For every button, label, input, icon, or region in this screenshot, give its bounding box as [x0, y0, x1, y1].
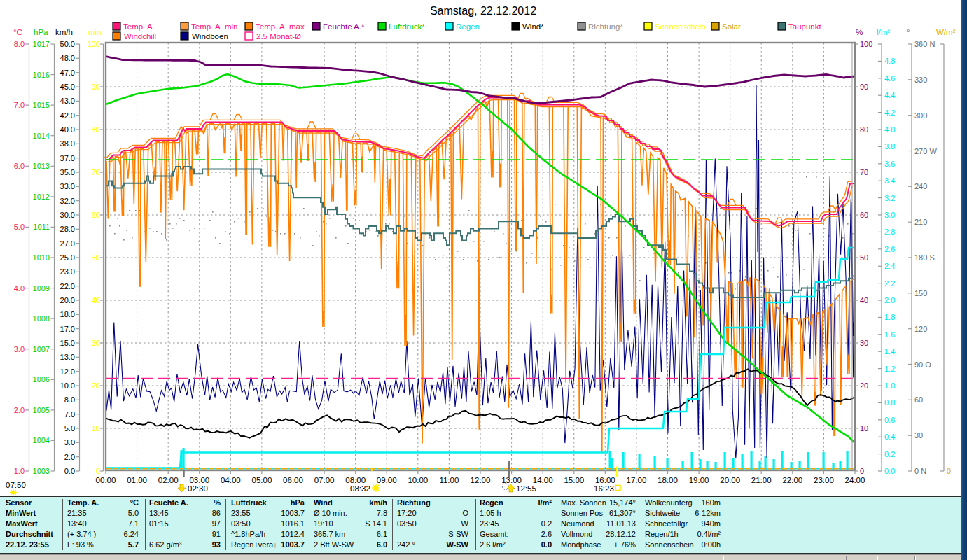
- svg-text:45.0: 45.0: [60, 83, 75, 91]
- svg-text:30.0: 30.0: [60, 211, 75, 219]
- svg-text:8.0: 8.0: [64, 396, 75, 404]
- svg-text:13.0: 13.0: [60, 353, 75, 361]
- svg-text:min: min: [88, 28, 102, 36]
- svg-text:1004: 1004: [33, 436, 50, 444]
- svg-text:180 S: 180 S: [914, 253, 935, 262]
- svg-text:2.6: 2.6: [884, 245, 895, 253]
- svg-text:38.0: 38.0: [60, 139, 75, 148]
- svg-text:1.0: 1.0: [884, 382, 895, 390]
- svg-text:7.0: 7.0: [14, 101, 25, 109]
- svg-text:03:00: 03:00: [189, 476, 209, 484]
- svg-text:09:00: 09:00: [377, 476, 397, 484]
- svg-text:05:00: 05:00: [252, 476, 272, 484]
- svg-text:330: 330: [914, 76, 927, 84]
- svg-text:28.0: 28.0: [60, 225, 75, 233]
- svg-text:1005: 1005: [33, 406, 50, 414]
- svg-text:60: 60: [860, 211, 868, 219]
- svg-text:210: 210: [914, 218, 927, 226]
- svg-text:22:00: 22:00: [782, 476, 802, 484]
- svg-text:35.0: 35.0: [60, 168, 75, 176]
- svg-text:40.0: 40.0: [60, 125, 75, 134]
- svg-text:1013: 1013: [33, 162, 50, 170]
- svg-text:90: 90: [92, 83, 100, 91]
- svg-text:240: 240: [914, 182, 927, 190]
- svg-text:90: 90: [860, 83, 868, 91]
- svg-text:2.4: 2.4: [884, 262, 895, 270]
- svg-text:Taupunkt: Taupunkt: [788, 22, 821, 31]
- svg-text:60: 60: [914, 396, 923, 404]
- svg-text:2.5 Monat-Ø: 2.5 Monat-Ø: [256, 32, 301, 41]
- svg-text:1.8: 1.8: [884, 313, 895, 321]
- svg-text:11:00: 11:00: [439, 476, 459, 484]
- svg-text:15:00: 15:00: [564, 476, 584, 484]
- svg-text:12:55: 12:55: [516, 484, 536, 493]
- svg-text:50: 50: [92, 253, 100, 262]
- svg-text:50.0: 50.0: [60, 40, 75, 48]
- svg-text:3.8: 3.8: [884, 142, 895, 150]
- svg-text:2.0: 2.0: [64, 453, 75, 461]
- svg-text:47.0: 47.0: [60, 69, 75, 77]
- svg-text:13:00: 13:00: [501, 476, 522, 484]
- svg-text:20:00: 20:00: [720, 476, 740, 484]
- svg-text:1.2: 1.2: [884, 365, 895, 373]
- svg-text:°: °: [907, 28, 910, 36]
- svg-text:19:00: 19:00: [689, 476, 709, 484]
- svg-text:1010: 1010: [33, 253, 50, 262]
- svg-text:0.4: 0.4: [884, 433, 895, 441]
- svg-text:18:00: 18:00: [658, 476, 678, 484]
- svg-text:3.6: 3.6: [884, 160, 895, 168]
- svg-text:20.0: 20.0: [60, 296, 75, 304]
- svg-text:25.0: 25.0: [60, 253, 75, 262]
- svg-text:60: 60: [92, 211, 100, 219]
- svg-text:1017: 1017: [33, 40, 50, 48]
- svg-text:300: 300: [914, 111, 927, 120]
- svg-text:4.8: 4.8: [884, 57, 895, 65]
- svg-text:06:00: 06:00: [283, 476, 303, 484]
- svg-text:10: 10: [860, 424, 868, 433]
- svg-text:80: 80: [92, 125, 100, 134]
- svg-text:30: 30: [92, 339, 100, 347]
- svg-text:3.0: 3.0: [64, 438, 75, 447]
- svg-text:21:00: 21:00: [751, 476, 772, 484]
- svg-text:Luftdruck*: Luftdruck*: [389, 22, 425, 31]
- svg-text:17.0: 17.0: [60, 325, 75, 333]
- svg-text:4.0: 4.0: [14, 284, 25, 293]
- svg-text:12:00: 12:00: [471, 476, 491, 484]
- svg-text:70: 70: [92, 168, 100, 176]
- svg-text:Sonnenschein: Sonnenschein: [655, 22, 706, 31]
- svg-text:Windchill: Windchill: [124, 32, 156, 41]
- svg-text:16:00: 16:00: [595, 476, 615, 484]
- svg-text:14:00: 14:00: [533, 476, 553, 484]
- svg-text:90 O: 90 O: [914, 360, 931, 369]
- svg-text:Temp. A. min: Temp. A. min: [191, 22, 237, 31]
- svg-text:100: 100: [860, 40, 872, 48]
- svg-text:3.2: 3.2: [884, 194, 895, 202]
- svg-text:8.0: 8.0: [14, 40, 25, 48]
- svg-text:120: 120: [914, 325, 927, 333]
- svg-text:2.2: 2.2: [884, 279, 895, 288]
- svg-text:4.4: 4.4: [884, 91, 895, 99]
- svg-text:3.0: 3.0: [14, 345, 25, 354]
- svg-text:40: 40: [92, 296, 100, 304]
- svg-text:04:00: 04:00: [221, 476, 241, 484]
- svg-text:18.0: 18.0: [60, 310, 75, 318]
- svg-text:°C: °C: [13, 28, 22, 36]
- svg-text:1007: 1007: [33, 345, 50, 354]
- svg-text:Temp. A.: Temp. A.: [123, 22, 155, 31]
- svg-text:0.0: 0.0: [64, 467, 75, 475]
- svg-text:1006: 1006: [33, 375, 50, 384]
- svg-text:Temp. A. max: Temp. A. max: [256, 22, 305, 31]
- svg-text:1003: 1003: [33, 467, 50, 475]
- svg-text:00:00: 00:00: [96, 476, 116, 484]
- svg-text:0.8: 0.8: [884, 398, 895, 407]
- svg-text:5.0: 5.0: [14, 223, 25, 231]
- svg-text:W/m²: W/m²: [936, 28, 956, 36]
- svg-text:08:00: 08:00: [345, 476, 366, 484]
- svg-text:10:00: 10:00: [408, 476, 428, 484]
- svg-text:100: 100: [88, 40, 100, 48]
- svg-text:3.4: 3.4: [884, 176, 895, 185]
- svg-text:Windböen: Windböen: [192, 32, 228, 41]
- svg-text:6.0: 6.0: [14, 162, 25, 170]
- svg-text:0.6: 0.6: [884, 416, 895, 424]
- svg-text:20: 20: [92, 382, 100, 390]
